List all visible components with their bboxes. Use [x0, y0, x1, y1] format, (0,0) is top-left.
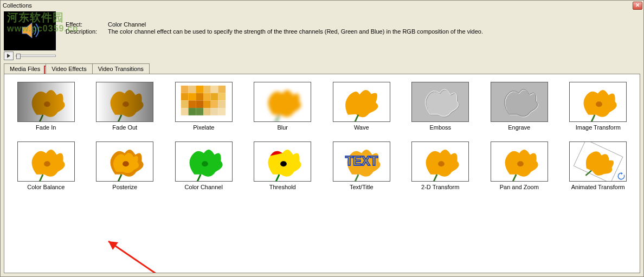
effect-text-title[interactable]: TEXT Text/Title	[324, 141, 400, 190]
thumb-posterize	[96, 141, 153, 182]
effect-color-channel[interactable]: Color Channel	[166, 141, 242, 190]
thumb-text-title: TEXT	[333, 141, 390, 182]
close-icon: ✕	[635, 2, 640, 8]
thumb-pixelate	[175, 82, 233, 122]
effect-fade-out[interactable]: Fade Out	[87, 82, 163, 131]
annotation-arrow	[96, 231, 248, 273]
svg-rect-29	[211, 108, 218, 115]
effect-2d-transform[interactable]: 2-D Transform	[402, 141, 478, 190]
tab-bar: Media Files Video Effects Video Transiti…	[4, 63, 643, 74]
effect-threshold[interactable]: Threshold	[244, 141, 320, 190]
close-button[interactable]: ✕	[633, 2, 642, 10]
effect-image-transform[interactable]: Image Transform	[560, 82, 636, 131]
svg-rect-9	[196, 86, 203, 93]
effect-pixelate[interactable]: Pixelate	[166, 82, 242, 131]
svg-point-36	[596, 101, 602, 107]
svg-rect-13	[181, 93, 189, 100]
svg-point-44	[280, 161, 287, 166]
thumb-color-channel	[175, 141, 233, 182]
svg-point-47	[438, 161, 445, 166]
svg-rect-7	[181, 86, 189, 93]
effect-pan-zoom[interactable]: Pan and Zoom	[481, 141, 557, 190]
effect-wave-label: Wave	[324, 124, 400, 131]
preview-slider[interactable]	[16, 55, 56, 57]
svg-point-49	[517, 161, 524, 166]
preview-thumbnail	[4, 11, 56, 50]
effect-emboss-label: Emboss	[402, 124, 478, 131]
slider-thumb[interactable]	[16, 54, 21, 59]
svg-rect-18	[218, 93, 226, 100]
svg-point-40	[123, 161, 129, 166]
svg-rect-24	[218, 100, 226, 108]
svg-rect-5	[96, 82, 153, 122]
svg-rect-17	[211, 93, 218, 100]
tab-media-files-label: Media Files	[10, 66, 40, 72]
svg-rect-15	[196, 93, 203, 100]
thumb-2d-transform	[411, 141, 469, 182]
svg-line-52	[108, 241, 237, 273]
effect-fade-in[interactable]: Fade In	[8, 82, 84, 131]
window-title: Collections	[3, 2, 32, 9]
effect-color-balance[interactable]: Color Balance	[8, 141, 84, 190]
thumb-color-balance	[17, 141, 75, 182]
effect-engrave[interactable]: Engrave	[481, 82, 557, 131]
thumb-wave	[333, 82, 390, 122]
effect-meta: Effect: Color Channel Description: The c…	[56, 11, 483, 35]
svg-rect-12	[218, 86, 226, 93]
svg-rect-16	[203, 93, 211, 100]
svg-point-42	[202, 161, 208, 166]
effect-animated-transform-label: Animated Transform	[560, 184, 636, 190]
svg-rect-2	[18, 82, 74, 122]
text-overlay: TEXT	[345, 154, 378, 168]
effect-label: Effect:	[66, 21, 108, 28]
effect-engrave-label: Engrave	[481, 124, 557, 131]
effects-gallery: Fade In Fade Out Pixelate	[4, 74, 640, 273]
thumb-threshold	[254, 141, 311, 182]
svg-rect-20	[188, 100, 196, 108]
tab-media-files[interactable]: Media Files	[4, 63, 46, 74]
effect-emboss[interactable]: Emboss	[402, 82, 478, 131]
svg-rect-11	[211, 86, 218, 93]
svg-rect-27	[196, 108, 203, 115]
top-strip: Effect: Color Channel Description: The c…	[1, 10, 643, 60]
svg-rect-14	[188, 93, 196, 100]
svg-rect-30	[218, 108, 226, 115]
svg-rect-8	[188, 86, 196, 93]
effect-fade-out-label: Fade Out	[87, 124, 163, 131]
tab-video-effects-label: Video Effects	[51, 66, 86, 72]
play-button[interactable]	[4, 51, 14, 60]
svg-marker-53	[108, 241, 118, 250]
thumb-engrave	[491, 82, 548, 122]
thumb-pan-zoom	[491, 141, 548, 182]
effect-posterize-label: Posterize	[87, 184, 163, 190]
svg-point-38	[44, 161, 50, 166]
tab-video-transitions[interactable]: Video Transitions	[92, 63, 150, 74]
effect-color-balance-label: Color Balance	[8, 184, 84, 190]
play-icon	[7, 53, 11, 59]
effect-text-title-label: Text/Title	[324, 184, 400, 190]
effect-blur[interactable]: Blur	[244, 82, 320, 131]
effect-pixelate-label: Pixelate	[166, 124, 242, 131]
preview-controls	[4, 51, 56, 60]
titlebar: Collections ✕	[1, 1, 643, 10]
effect-animated-transform[interactable]: Animated Transform	[560, 141, 636, 190]
effect-posterize[interactable]: Posterize	[87, 141, 163, 190]
effect-color-channel-label: Color Channel	[166, 184, 242, 190]
preview-box	[4, 11, 56, 60]
svg-rect-28	[203, 108, 211, 115]
thumb-emboss	[411, 82, 469, 122]
collections-window: Collections ✕ 河东软件园 www.pc0359.cn	[0, 0, 644, 277]
svg-rect-19	[181, 100, 189, 108]
tab-video-effects[interactable]: Video Effects	[46, 63, 92, 74]
thumb-blur	[254, 82, 311, 122]
speaker-icon	[19, 20, 41, 42]
effect-2d-transform-label: 2-D Transform	[402, 184, 478, 190]
thumb-image-transform	[569, 82, 627, 122]
svg-rect-22	[203, 100, 211, 108]
tab-video-transitions-label: Video Transitions	[98, 66, 144, 72]
effect-name: Color Channel	[108, 21, 146, 28]
svg-rect-25	[181, 108, 189, 115]
effect-blur-label: Blur	[244, 124, 320, 131]
description-text: The color channel effect can be used to …	[108, 28, 483, 35]
effect-wave[interactable]: Wave	[324, 82, 400, 131]
